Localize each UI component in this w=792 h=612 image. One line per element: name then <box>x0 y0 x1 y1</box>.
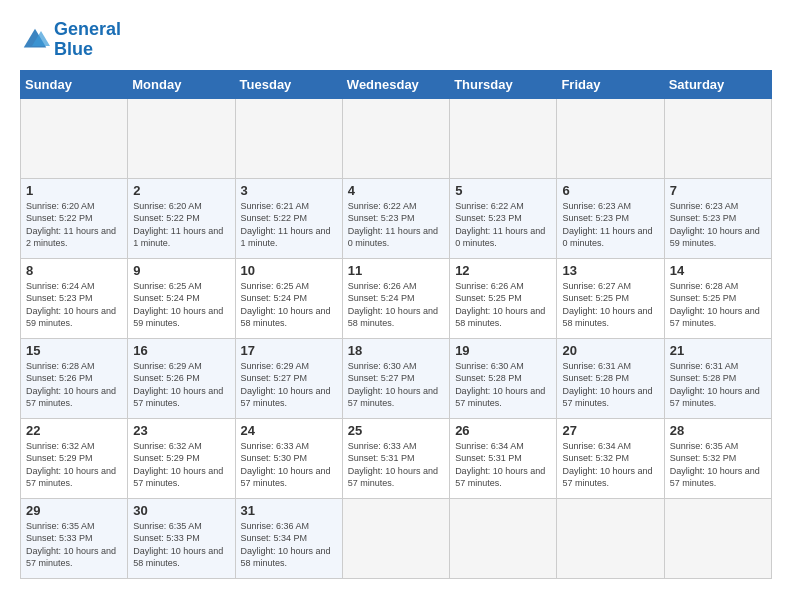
calendar-cell: 20Sunrise: 6:31 AMSunset: 5:28 PMDayligh… <box>557 338 664 418</box>
calendar-cell: 25Sunrise: 6:33 AMSunset: 5:31 PMDayligh… <box>342 418 449 498</box>
calendar-cell: 5Sunrise: 6:22 AMSunset: 5:23 PMDaylight… <box>450 178 557 258</box>
day-number: 31 <box>241 503 337 518</box>
calendar-cell <box>21 98 128 178</box>
day-number: 8 <box>26 263 122 278</box>
calendar-cell <box>664 498 771 578</box>
day-info: Sunrise: 6:30 AMSunset: 5:28 PMDaylight:… <box>455 360 551 410</box>
day-number: 2 <box>133 183 229 198</box>
day-number: 19 <box>455 343 551 358</box>
calendar-cell <box>450 498 557 578</box>
day-info: Sunrise: 6:33 AMSunset: 5:30 PMDaylight:… <box>241 440 337 490</box>
day-info: Sunrise: 6:29 AMSunset: 5:27 PMDaylight:… <box>241 360 337 410</box>
calendar-cell <box>342 98 449 178</box>
day-number: 25 <box>348 423 444 438</box>
day-number: 22 <box>26 423 122 438</box>
calendar-cell <box>128 98 235 178</box>
day-number: 6 <box>562 183 658 198</box>
day-number: 3 <box>241 183 337 198</box>
day-info: Sunrise: 6:28 AMSunset: 5:25 PMDaylight:… <box>670 280 766 330</box>
day-info: Sunrise: 6:23 AMSunset: 5:23 PMDaylight:… <box>670 200 766 250</box>
day-number: 1 <box>26 183 122 198</box>
day-info: Sunrise: 6:35 AMSunset: 5:33 PMDaylight:… <box>26 520 122 570</box>
calendar-cell: 1Sunrise: 6:20 AMSunset: 5:22 PMDaylight… <box>21 178 128 258</box>
column-header-tuesday: Tuesday <box>235 70 342 98</box>
calendar-cell <box>342 498 449 578</box>
calendar-cell: 12Sunrise: 6:26 AMSunset: 5:25 PMDayligh… <box>450 258 557 338</box>
day-info: Sunrise: 6:35 AMSunset: 5:33 PMDaylight:… <box>133 520 229 570</box>
day-info: Sunrise: 6:23 AMSunset: 5:23 PMDaylight:… <box>562 200 658 250</box>
calendar-cell: 10Sunrise: 6:25 AMSunset: 5:24 PMDayligh… <box>235 258 342 338</box>
calendar-cell: 27Sunrise: 6:34 AMSunset: 5:32 PMDayligh… <box>557 418 664 498</box>
day-info: Sunrise: 6:31 AMSunset: 5:28 PMDaylight:… <box>670 360 766 410</box>
day-number: 14 <box>670 263 766 278</box>
day-number: 17 <box>241 343 337 358</box>
calendar-cell: 3Sunrise: 6:21 AMSunset: 5:22 PMDaylight… <box>235 178 342 258</box>
column-header-thursday: Thursday <box>450 70 557 98</box>
calendar-cell: 31Sunrise: 6:36 AMSunset: 5:34 PMDayligh… <box>235 498 342 578</box>
calendar-cell: 18Sunrise: 6:30 AMSunset: 5:27 PMDayligh… <box>342 338 449 418</box>
day-info: Sunrise: 6:25 AMSunset: 5:24 PMDaylight:… <box>241 280 337 330</box>
day-info: Sunrise: 6:24 AMSunset: 5:23 PMDaylight:… <box>26 280 122 330</box>
column-header-saturday: Saturday <box>664 70 771 98</box>
day-number: 11 <box>348 263 444 278</box>
day-number: 30 <box>133 503 229 518</box>
calendar-table: SundayMondayTuesdayWednesdayThursdayFrid… <box>20 70 772 579</box>
calendar-cell: 15Sunrise: 6:28 AMSunset: 5:26 PMDayligh… <box>21 338 128 418</box>
day-info: Sunrise: 6:30 AMSunset: 5:27 PMDaylight:… <box>348 360 444 410</box>
day-info: Sunrise: 6:26 AMSunset: 5:25 PMDaylight:… <box>455 280 551 330</box>
calendar-cell <box>235 98 342 178</box>
calendar-cell: 7Sunrise: 6:23 AMSunset: 5:23 PMDaylight… <box>664 178 771 258</box>
calendar-cell: 23Sunrise: 6:32 AMSunset: 5:29 PMDayligh… <box>128 418 235 498</box>
calendar-cell: 6Sunrise: 6:23 AMSunset: 5:23 PMDaylight… <box>557 178 664 258</box>
logo-text: General Blue <box>54 20 121 60</box>
calendar-cell: 8Sunrise: 6:24 AMSunset: 5:23 PMDaylight… <box>21 258 128 338</box>
calendar-cell: 16Sunrise: 6:29 AMSunset: 5:26 PMDayligh… <box>128 338 235 418</box>
column-header-monday: Monday <box>128 70 235 98</box>
calendar-cell: 11Sunrise: 6:26 AMSunset: 5:24 PMDayligh… <box>342 258 449 338</box>
day-number: 29 <box>26 503 122 518</box>
day-info: Sunrise: 6:34 AMSunset: 5:32 PMDaylight:… <box>562 440 658 490</box>
day-number: 21 <box>670 343 766 358</box>
calendar-cell: 13Sunrise: 6:27 AMSunset: 5:25 PMDayligh… <box>557 258 664 338</box>
calendar-week-row <box>21 98 772 178</box>
calendar-cell: 19Sunrise: 6:30 AMSunset: 5:28 PMDayligh… <box>450 338 557 418</box>
day-info: Sunrise: 6:29 AMSunset: 5:26 PMDaylight:… <box>133 360 229 410</box>
day-info: Sunrise: 6:20 AMSunset: 5:22 PMDaylight:… <box>26 200 122 250</box>
calendar-cell: 17Sunrise: 6:29 AMSunset: 5:27 PMDayligh… <box>235 338 342 418</box>
day-info: Sunrise: 6:35 AMSunset: 5:32 PMDaylight:… <box>670 440 766 490</box>
calendar-cell: 21Sunrise: 6:31 AMSunset: 5:28 PMDayligh… <box>664 338 771 418</box>
day-number: 5 <box>455 183 551 198</box>
calendar-week-row: 15Sunrise: 6:28 AMSunset: 5:26 PMDayligh… <box>21 338 772 418</box>
day-number: 15 <box>26 343 122 358</box>
day-number: 26 <box>455 423 551 438</box>
day-number: 28 <box>670 423 766 438</box>
logo: General Blue <box>20 20 121 60</box>
day-info: Sunrise: 6:28 AMSunset: 5:26 PMDaylight:… <box>26 360 122 410</box>
calendar-cell: 29Sunrise: 6:35 AMSunset: 5:33 PMDayligh… <box>21 498 128 578</box>
day-number: 7 <box>670 183 766 198</box>
day-info: Sunrise: 6:33 AMSunset: 5:31 PMDaylight:… <box>348 440 444 490</box>
day-number: 24 <box>241 423 337 438</box>
day-info: Sunrise: 6:26 AMSunset: 5:24 PMDaylight:… <box>348 280 444 330</box>
day-info: Sunrise: 6:21 AMSunset: 5:22 PMDaylight:… <box>241 200 337 250</box>
calendar-cell: 9Sunrise: 6:25 AMSunset: 5:24 PMDaylight… <box>128 258 235 338</box>
day-number: 18 <box>348 343 444 358</box>
day-info: Sunrise: 6:34 AMSunset: 5:31 PMDaylight:… <box>455 440 551 490</box>
calendar-cell <box>450 98 557 178</box>
calendar-cell: 4Sunrise: 6:22 AMSunset: 5:23 PMDaylight… <box>342 178 449 258</box>
day-info: Sunrise: 6:31 AMSunset: 5:28 PMDaylight:… <box>562 360 658 410</box>
day-number: 13 <box>562 263 658 278</box>
day-info: Sunrise: 6:22 AMSunset: 5:23 PMDaylight:… <box>348 200 444 250</box>
calendar-week-row: 8Sunrise: 6:24 AMSunset: 5:23 PMDaylight… <box>21 258 772 338</box>
day-info: Sunrise: 6:27 AMSunset: 5:25 PMDaylight:… <box>562 280 658 330</box>
day-number: 4 <box>348 183 444 198</box>
calendar-week-row: 29Sunrise: 6:35 AMSunset: 5:33 PMDayligh… <box>21 498 772 578</box>
day-number: 23 <box>133 423 229 438</box>
day-number: 12 <box>455 263 551 278</box>
calendar-week-row: 22Sunrise: 6:32 AMSunset: 5:29 PMDayligh… <box>21 418 772 498</box>
calendar-week-row: 1Sunrise: 6:20 AMSunset: 5:22 PMDaylight… <box>21 178 772 258</box>
day-number: 20 <box>562 343 658 358</box>
calendar-cell <box>557 98 664 178</box>
column-header-sunday: Sunday <box>21 70 128 98</box>
day-info: Sunrise: 6:32 AMSunset: 5:29 PMDaylight:… <box>26 440 122 490</box>
